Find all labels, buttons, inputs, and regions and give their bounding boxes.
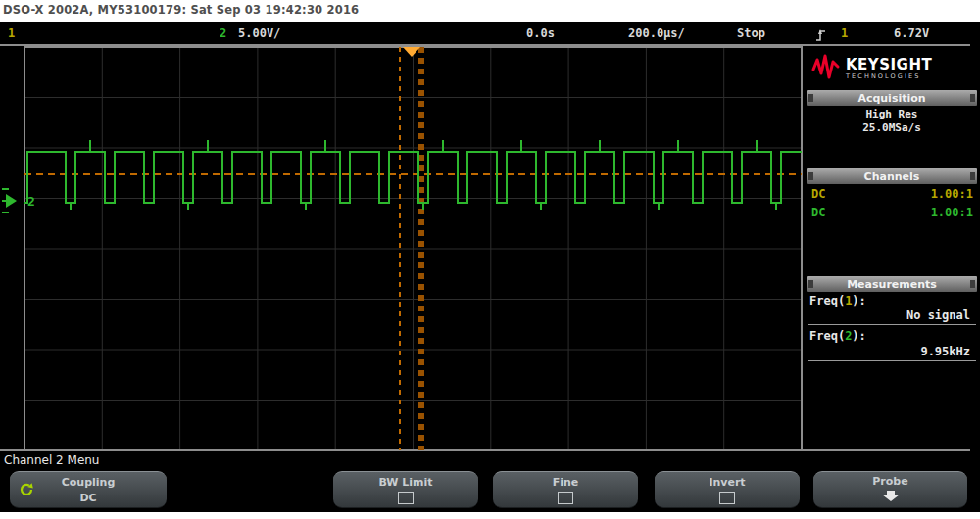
invert-checkbox bbox=[719, 492, 735, 504]
freq2-value: 9.95kHz bbox=[920, 345, 970, 358]
measurement-divider bbox=[808, 324, 976, 325]
freq1-value: No signal bbox=[906, 308, 970, 322]
ch2-coupling: DC bbox=[811, 206, 825, 219]
ch1-coupling: DC bbox=[811, 187, 825, 201]
run-state-readout: Stop bbox=[737, 26, 765, 40]
grid-bottom-separator bbox=[0, 449, 970, 451]
trigger-level-readout: 6.72V bbox=[894, 26, 929, 40]
section-cap bbox=[970, 280, 975, 288]
brand-name: KEYSIGHT bbox=[846, 58, 932, 72]
ch1-badge: 1 bbox=[8, 26, 15, 40]
oscilloscope-screen: DSO-X 2002A, MY53100179: Sat Sep 03 19:4… bbox=[0, 0, 980, 519]
section-cap bbox=[808, 280, 813, 288]
freq2-label: Freq(2): bbox=[809, 329, 866, 343]
acquisition-mode: High Res bbox=[807, 108, 977, 120]
freq1-label: Freq(1): bbox=[809, 294, 866, 307]
fine-checkbox bbox=[558, 492, 573, 504]
acquisition-section-header: Acquisition bbox=[807, 90, 977, 106]
bw-limit-softkey[interactable]: BW Limit bbox=[333, 471, 478, 508]
probe-softkey[interactable]: Probe bbox=[813, 471, 967, 508]
keysight-logo: KEYSIGHT TECHNOLOGIES bbox=[811, 49, 976, 88]
sample-rate: 25.0MSa/s bbox=[807, 121, 977, 134]
measurement-divider bbox=[808, 360, 976, 361]
coupling-softkey[interactable]: Coupling DC bbox=[10, 471, 167, 508]
section-cap bbox=[970, 94, 975, 102]
keysight-spark-icon bbox=[811, 52, 841, 85]
trigger-source-readout: 1 bbox=[841, 26, 848, 40]
bw-limit-checkbox bbox=[398, 492, 414, 504]
fine-softkey[interactable]: Fine bbox=[493, 471, 638, 508]
brand-tagline: TECHNOLOGIES bbox=[846, 72, 932, 80]
screenshot-title: DSO-X 2002A, MY53100179: Sat Sep 03 19:4… bbox=[0, 0, 980, 22]
entry-knob-icon bbox=[19, 482, 34, 500]
delay-readout: 0.0s bbox=[526, 26, 555, 40]
channels-section-header: Channels bbox=[807, 168, 977, 184]
ch2-scale-readout: 5.00V/ bbox=[238, 26, 280, 40]
ch1-probe-ratio: 1.00:1 bbox=[931, 187, 973, 201]
trigger-edge-icon bbox=[815, 27, 827, 45]
measurements-section-header: Measurements bbox=[807, 276, 977, 292]
ch2-probe-ratio: 1.00:1 bbox=[931, 206, 973, 219]
section-cap bbox=[808, 172, 813, 180]
section-cap bbox=[970, 172, 975, 180]
section-cap bbox=[808, 94, 813, 102]
invert-softkey[interactable]: Invert bbox=[655, 471, 800, 508]
probe-menu-arrow-icon bbox=[881, 491, 901, 505]
menu-title: Channel 2 Menu bbox=[4, 453, 99, 467]
ch2-badge: 2 bbox=[220, 26, 226, 40]
timebase-readout: 200.0µs/ bbox=[628, 26, 685, 40]
statusbar-separator bbox=[0, 44, 970, 46]
